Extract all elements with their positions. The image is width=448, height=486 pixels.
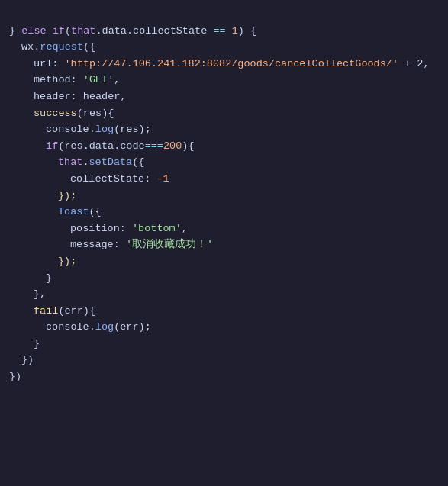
- code-token: (: [65, 23, 71, 40]
- code-token: .: [89, 121, 95, 138]
- code-token: fail: [34, 303, 58, 320]
- code-line: }): [0, 352, 448, 369]
- code-line: wx.request({: [0, 39, 448, 56]
- code-token: .: [83, 138, 89, 155]
- code-token: );: [139, 121, 151, 138]
- code-token: ){: [182, 138, 194, 155]
- code-token: data: [89, 138, 114, 155]
- code-token: (: [58, 303, 64, 320]
- code-editor: } else if(that.data.collectState == 1) {…: [0, 0, 448, 391]
- code-token: :: [144, 171, 156, 188]
- code-token: (: [77, 105, 83, 122]
- code-line: position: 'bottom',: [0, 220, 448, 237]
- code-token: ({: [132, 154, 144, 171]
- code-token: ,: [182, 220, 188, 237]
- code-line: collectState: -1: [0, 171, 448, 188]
- code-token: err: [120, 319, 138, 336]
- code-token: Toast: [58, 204, 89, 220]
- code-token: (: [114, 121, 120, 138]
- code-token: success: [34, 105, 77, 122]
- code-token: });: [58, 188, 76, 204]
- code-line: console.log(err);: [0, 319, 448, 336]
- code-token: err: [65, 303, 83, 320]
- code-token: :: [120, 220, 132, 237]
- code-line: },: [0, 286, 448, 303]
- code-token: res: [64, 138, 82, 155]
- code-token: :: [114, 237, 126, 253]
- code-line: Toast({: [0, 204, 448, 220]
- code-token: setData: [89, 154, 133, 171]
- code-line: } else if(that.data.collectState == 1) {: [0, 23, 448, 40]
- code-token: 1: [232, 23, 238, 40]
- code-token: ===: [145, 138, 163, 155]
- code-token: wx: [21, 39, 34, 56]
- code-token: res: [120, 121, 138, 138]
- code-token: .: [89, 319, 95, 336]
- code-token: }: [34, 336, 40, 352]
- code-token: :: [71, 89, 83, 105]
- code-line: });: [0, 253, 448, 270]
- code-token: request: [40, 39, 83, 56]
- code-line: header: header,: [0, 89, 448, 105]
- code-line: });: [0, 188, 448, 204]
- code-token: .: [127, 23, 133, 40]
- code-token: .: [34, 39, 40, 56]
- code-token: log: [95, 319, 114, 336]
- code-token: else: [21, 23, 53, 40]
- code-token: data: [102, 23, 127, 40]
- code-token: ==: [207, 23, 231, 40]
- code-token: log: [95, 121, 114, 138]
- code-token: message: [70, 237, 114, 253]
- code-line: that.setData({: [0, 154, 448, 171]
- code-token: }: [9, 23, 21, 40]
- code-token: ,: [120, 89, 126, 105]
- code-line: }: [0, 270, 448, 287]
- code-line: success(res){: [0, 105, 448, 122]
- code-token: code: [120, 138, 144, 155]
- code-token: collectState: [133, 23, 207, 40]
- code-token: ){: [83, 303, 95, 320]
- code-token: method: [34, 72, 71, 89]
- code-token: .: [95, 23, 102, 40]
- code-token: ({: [89, 204, 102, 220]
- code-line: message: '取消收藏成功！': [0, 237, 448, 253]
- code-token: },: [34, 286, 46, 303]
- code-token: console: [46, 319, 89, 336]
- code-token: (: [114, 319, 120, 336]
- code-token: position: [70, 220, 120, 237]
- code-line: fail(err){: [0, 303, 448, 320]
- code-token: url: [34, 56, 52, 72]
- code-line: url: 'http://47.106.241.182:8082/goods/c…: [0, 56, 448, 72]
- code-line: method: 'GET',: [0, 72, 448, 89]
- code-token: ){: [102, 105, 114, 122]
- code-token: 200: [163, 138, 182, 155]
- code-token: 'http://47.106.241.182:8082/goods/cancel…: [65, 56, 398, 72]
- code-token: .: [114, 138, 120, 155]
- code-token: console: [46, 121, 89, 138]
- code-token: );: [139, 319, 151, 336]
- code-token: that: [71, 23, 95, 40]
- code-token: :: [71, 72, 83, 89]
- code-token: header: [34, 89, 71, 105]
- code-line: }): [0, 369, 448, 385]
- code-line: console.log(res);: [0, 121, 448, 138]
- code-token: :: [52, 56, 64, 72]
- code-token: ,: [114, 72, 120, 89]
- code-token: header: [83, 89, 121, 105]
- code-line: if(res.data.code===200){: [0, 138, 448, 155]
- code-line: }: [0, 336, 448, 352]
- code-token: that: [58, 154, 82, 171]
- code-token: .: [82, 154, 89, 171]
- code-token: }): [21, 352, 34, 369]
- code-token: }: [46, 270, 52, 287]
- code-token: 'GET': [83, 72, 114, 89]
- code-token: }): [9, 369, 21, 385]
- code-token: });: [58, 253, 76, 270]
- code-token: -1: [156, 171, 169, 188]
- code-token: ) {: [238, 23, 256, 40]
- code-token: '取消收藏成功！': [126, 237, 213, 253]
- code-token: + 2,: [398, 56, 430, 72]
- code-token: collectState: [70, 171, 144, 188]
- code-token: [213, 237, 219, 253]
- code-token: ({: [83, 39, 95, 56]
